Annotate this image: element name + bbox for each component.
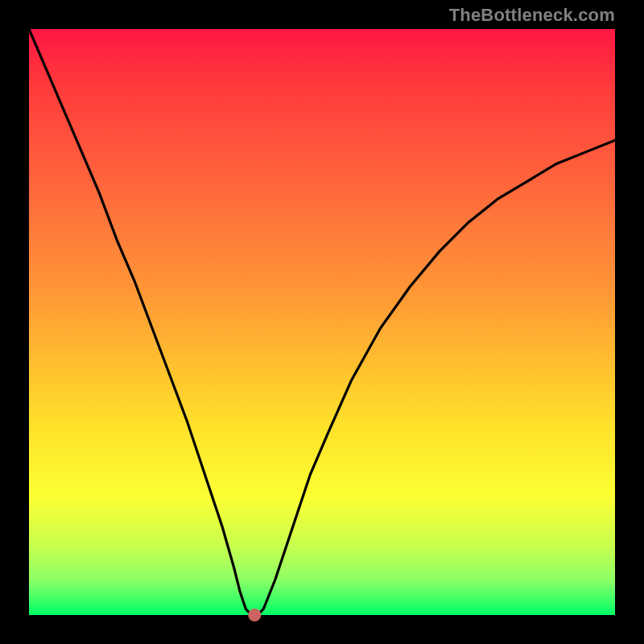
bottleneck-curve [29,29,615,615]
chart-frame: TheBottleneck.com [0,0,644,644]
chart-svg [29,29,615,615]
watermark-label: TheBottleneck.com [449,5,615,26]
minimum-marker-dot [248,609,261,621]
chart-plot-area [29,29,615,615]
